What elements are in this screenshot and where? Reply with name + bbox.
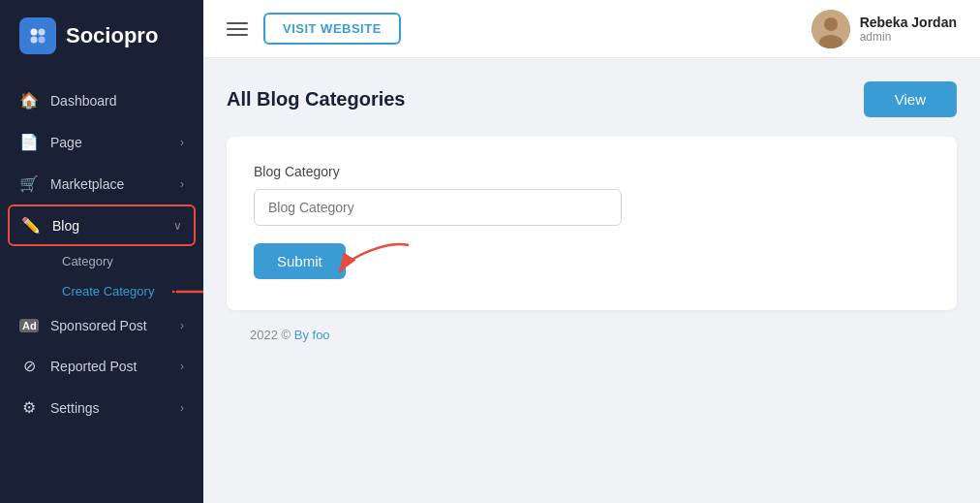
visit-website-button[interactable]: VISIT WEBSITE bbox=[263, 13, 401, 45]
sidebar-item-label: Blog bbox=[52, 218, 162, 234]
page-header: All Blog Categories View bbox=[227, 81, 957, 117]
sidebar-item-label: Page bbox=[50, 135, 168, 150]
footer-link[interactable]: By foo bbox=[294, 328, 330, 342]
category-label: Category bbox=[62, 254, 113, 268]
chevron-icon: › bbox=[180, 177, 184, 191]
chevron-down-icon: ∨ bbox=[173, 219, 182, 233]
page-icon: 📄 bbox=[19, 133, 39, 151]
svg-point-2 bbox=[31, 37, 38, 44]
create-category-label: Create Category bbox=[62, 284, 154, 299]
footer: 2022 © By foo bbox=[227, 310, 957, 342]
chevron-icon: › bbox=[180, 136, 184, 149]
logo-text: Sociopro bbox=[66, 23, 158, 48]
logo: Sociopro bbox=[0, 0, 203, 72]
dashboard-icon: 🏠 bbox=[19, 91, 39, 110]
settings-icon: ⚙ bbox=[19, 398, 39, 417]
submit-wrapper: Submit bbox=[254, 243, 346, 279]
sidebar: Sociopro 🏠 Dashboard 📄 Page › 🛒 Marketpl… bbox=[0, 0, 203, 503]
sidebar-item-page[interactable]: 📄 Page › bbox=[0, 121, 203, 163]
blog-subnav: Category Create Category bbox=[0, 246, 203, 306]
blog-icon: ✏️ bbox=[21, 216, 41, 235]
svg-point-1 bbox=[39, 29, 46, 36]
sidebar-arrow-annotation bbox=[172, 278, 203, 305]
page-title: All Blog Categories bbox=[227, 88, 405, 110]
view-button[interactable]: View bbox=[864, 81, 957, 117]
chevron-icon: › bbox=[180, 360, 184, 373]
sidebar-item-create-category[interactable]: Create Category bbox=[46, 276, 203, 306]
sidebar-item-label: Dashboard bbox=[50, 93, 184, 109]
sidebar-item-blog[interactable]: ✏️ Blog ∨ bbox=[8, 204, 196, 246]
blog-category-input[interactable] bbox=[254, 189, 622, 226]
topbar-left: VISIT WEBSITE bbox=[227, 13, 401, 45]
sidebar-item-category[interactable]: Category bbox=[46, 246, 203, 276]
sidebar-item-label: Marketplace bbox=[50, 176, 168, 192]
hamburger-line bbox=[227, 22, 248, 24]
marketplace-icon: 🛒 bbox=[19, 174, 39, 193]
blog-category-card: Blog Category Submit bbox=[227, 137, 957, 310]
main-content: VISIT WEBSITE Rebeka Jordan admin All Bl… bbox=[203, 0, 980, 503]
sponsored-icon: Ad bbox=[19, 319, 39, 332]
reported-icon: ⊘ bbox=[19, 357, 39, 375]
user-info: Rebeka Jordan admin bbox=[860, 15, 957, 44]
sidebar-item-label: Sponsored Post bbox=[50, 318, 168, 333]
hamburger-line bbox=[227, 28, 248, 30]
sidebar-item-reported-post[interactable]: ⊘ Reported Post › bbox=[0, 345, 203, 387]
sidebar-item-label: Settings bbox=[50, 400, 168, 416]
user-role: admin bbox=[860, 30, 957, 44]
chevron-icon: › bbox=[180, 401, 184, 415]
svg-point-0 bbox=[31, 29, 38, 36]
sidebar-navigation: 🏠 Dashboard 📄 Page › 🛒 Marketplace › ✏️ … bbox=[0, 72, 203, 503]
sidebar-item-marketplace[interactable]: 🛒 Marketplace › bbox=[0, 163, 203, 204]
sidebar-item-dashboard[interactable]: 🏠 Dashboard bbox=[0, 79, 203, 121]
submit-arrow-annotation bbox=[331, 236, 428, 303]
svg-point-7 bbox=[824, 17, 838, 31]
chevron-icon: › bbox=[180, 319, 184, 332]
sidebar-item-sponsored-post[interactable]: Ad Sponsored Post › bbox=[0, 306, 203, 345]
topbar-right: Rebeka Jordan admin bbox=[812, 10, 957, 48]
sidebar-item-settings[interactable]: ⚙ Settings › bbox=[0, 387, 203, 428]
copyright-text: 2022 © bbox=[250, 328, 291, 342]
topbar: VISIT WEBSITE Rebeka Jordan admin bbox=[203, 0, 980, 58]
user-name: Rebeka Jordan bbox=[860, 15, 957, 30]
logo-icon bbox=[19, 17, 56, 54]
hamburger-line bbox=[227, 34, 248, 36]
submit-button[interactable]: Submit bbox=[254, 243, 346, 279]
avatar-image bbox=[812, 10, 850, 48]
sidebar-item-label: Reported Post bbox=[50, 359, 168, 374]
avatar bbox=[812, 10, 850, 48]
form-label: Blog Category bbox=[254, 164, 930, 179]
svg-point-3 bbox=[39, 37, 46, 44]
hamburger-menu[interactable] bbox=[227, 22, 248, 36]
page-content: All Blog Categories View Blog Category S… bbox=[203, 58, 980, 503]
